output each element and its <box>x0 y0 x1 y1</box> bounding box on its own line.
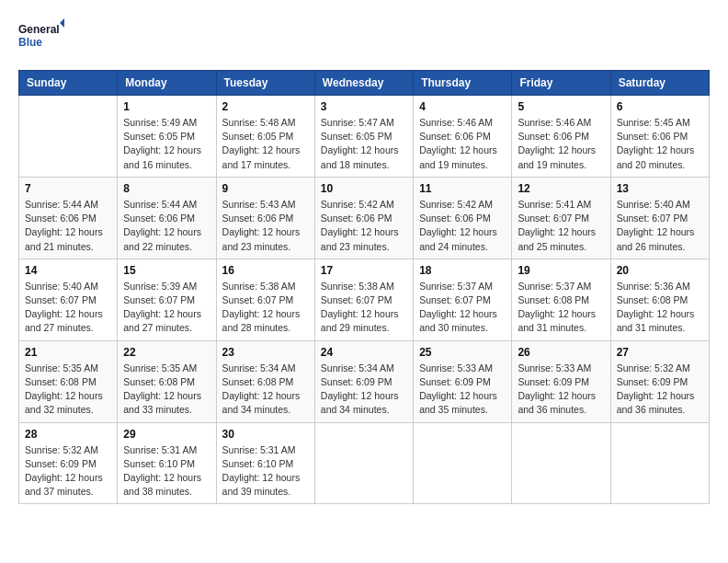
column-header-saturday: Saturday <box>610 71 709 96</box>
calendar-cell: 9Sunrise: 5:43 AM Sunset: 6:06 PM Daylig… <box>216 177 314 259</box>
day-info: Sunrise: 5:41 AM Sunset: 6:07 PM Dayligh… <box>518 198 604 254</box>
logo: General Blue <box>18 18 64 55</box>
column-header-tuesday: Tuesday <box>216 71 314 96</box>
column-header-sunday: Sunday <box>19 71 118 96</box>
day-info: Sunrise: 5:42 AM Sunset: 6:06 PM Dayligh… <box>419 198 506 254</box>
column-header-thursday: Thursday <box>414 71 512 96</box>
calendar-cell: 28Sunrise: 5:32 AM Sunset: 6:09 PM Dayli… <box>19 422 118 504</box>
day-number: 12 <box>518 182 604 195</box>
calendar-week-4: 21Sunrise: 5:35 AM Sunset: 6:08 PM Dayli… <box>19 340 710 422</box>
day-info: Sunrise: 5:31 AM Sunset: 6:10 PM Dayligh… <box>123 443 210 500</box>
calendar-cell: 18Sunrise: 5:37 AM Sunset: 6:07 PM Dayli… <box>414 259 512 340</box>
calendar-week-2: 7Sunrise: 5:44 AM Sunset: 6:06 PM Daylig… <box>19 177 710 259</box>
calendar-cell: 2Sunrise: 5:48 AM Sunset: 6:05 PM Daylig… <box>216 96 314 178</box>
column-header-monday: Monday <box>118 71 216 96</box>
day-info: Sunrise: 5:35 AM Sunset: 6:08 PM Dayligh… <box>123 362 210 418</box>
day-number: 21 <box>25 346 111 359</box>
day-number: 9 <box>222 182 309 195</box>
day-info: Sunrise: 5:32 AM Sunset: 6:09 PM Dayligh… <box>617 362 703 418</box>
day-number: 24 <box>321 346 407 359</box>
day-info: Sunrise: 5:40 AM Sunset: 6:07 PM Dayligh… <box>25 280 111 336</box>
day-info: Sunrise: 5:37 AM Sunset: 6:08 PM Dayligh… <box>518 280 604 336</box>
calendar-cell: 20Sunrise: 5:36 AM Sunset: 6:08 PM Dayli… <box>610 259 709 340</box>
svg-marker-2 <box>60 18 64 28</box>
day-info: Sunrise: 5:42 AM Sunset: 6:06 PM Dayligh… <box>321 198 407 254</box>
day-number: 23 <box>222 346 309 359</box>
day-number: 29 <box>123 428 210 441</box>
calendar-cell: 17Sunrise: 5:38 AM Sunset: 6:07 PM Dayli… <box>314 259 413 340</box>
calendar-cell: 5Sunrise: 5:46 AM Sunset: 6:06 PM Daylig… <box>512 96 610 178</box>
calendar-cell: 12Sunrise: 5:41 AM Sunset: 6:07 PM Dayli… <box>512 177 610 259</box>
calendar-cell: 11Sunrise: 5:42 AM Sunset: 6:06 PM Dayli… <box>414 177 512 259</box>
day-info: Sunrise: 5:45 AM Sunset: 6:06 PM Dayligh… <box>617 116 703 172</box>
day-info: Sunrise: 5:46 AM Sunset: 6:06 PM Dayligh… <box>518 116 604 172</box>
calendar-cell: 25Sunrise: 5:33 AM Sunset: 6:09 PM Dayli… <box>414 340 512 422</box>
day-info: Sunrise: 5:46 AM Sunset: 6:06 PM Dayligh… <box>419 116 506 172</box>
calendar-cell: 7Sunrise: 5:44 AM Sunset: 6:06 PM Daylig… <box>19 177 118 259</box>
day-number: 5 <box>518 100 604 113</box>
calendar-cell <box>19 96 118 178</box>
calendar-header-row: SundayMondayTuesdayWednesdayThursdayFrid… <box>19 71 710 96</box>
day-number: 26 <box>518 346 604 359</box>
calendar-cell: 8Sunrise: 5:44 AM Sunset: 6:06 PM Daylig… <box>118 177 216 259</box>
calendar-cell: 23Sunrise: 5:34 AM Sunset: 6:08 PM Dayli… <box>216 340 314 422</box>
calendar-cell: 27Sunrise: 5:32 AM Sunset: 6:09 PM Dayli… <box>610 340 709 422</box>
calendar-cell <box>314 422 413 504</box>
day-info: Sunrise: 5:32 AM Sunset: 6:09 PM Dayligh… <box>25 443 111 500</box>
calendar-week-5: 28Sunrise: 5:32 AM Sunset: 6:09 PM Dayli… <box>19 422 710 504</box>
day-info: Sunrise: 5:49 AM Sunset: 6:05 PM Dayligh… <box>123 116 210 172</box>
calendar-cell: 22Sunrise: 5:35 AM Sunset: 6:08 PM Dayli… <box>118 340 216 422</box>
day-number: 10 <box>321 182 407 195</box>
day-info: Sunrise: 5:44 AM Sunset: 6:06 PM Dayligh… <box>123 198 210 254</box>
calendar-table: SundayMondayTuesdayWednesdayThursdayFrid… <box>18 70 710 504</box>
day-info: Sunrise: 5:48 AM Sunset: 6:05 PM Dayligh… <box>222 116 309 172</box>
day-number: 13 <box>617 182 703 195</box>
day-info: Sunrise: 5:34 AM Sunset: 6:09 PM Dayligh… <box>321 362 407 418</box>
day-info: Sunrise: 5:34 AM Sunset: 6:08 PM Dayligh… <box>222 362 309 418</box>
calendar-cell: 14Sunrise: 5:40 AM Sunset: 6:07 PM Dayli… <box>19 259 118 340</box>
day-number: 30 <box>222 428 309 441</box>
calendar-cell: 1Sunrise: 5:49 AM Sunset: 6:05 PM Daylig… <box>118 96 216 178</box>
day-number: 27 <box>617 346 703 359</box>
day-number: 3 <box>321 100 407 113</box>
day-info: Sunrise: 5:38 AM Sunset: 6:07 PM Dayligh… <box>321 280 407 336</box>
column-header-friday: Friday <box>512 71 610 96</box>
calendar-week-1: 1Sunrise: 5:49 AM Sunset: 6:05 PM Daylig… <box>19 96 710 178</box>
day-number: 17 <box>321 264 407 277</box>
day-info: Sunrise: 5:33 AM Sunset: 6:09 PM Dayligh… <box>518 362 604 418</box>
day-number: 20 <box>617 264 703 277</box>
column-header-wednesday: Wednesday <box>314 71 413 96</box>
day-number: 7 <box>25 182 111 195</box>
calendar-cell: 29Sunrise: 5:31 AM Sunset: 6:10 PM Dayli… <box>118 422 216 504</box>
day-number: 6 <box>617 100 703 113</box>
calendar-cell: 26Sunrise: 5:33 AM Sunset: 6:09 PM Dayli… <box>512 340 610 422</box>
day-number: 14 <box>25 264 111 277</box>
calendar-week-3: 14Sunrise: 5:40 AM Sunset: 6:07 PM Dayli… <box>19 259 710 340</box>
day-info: Sunrise: 5:40 AM Sunset: 6:07 PM Dayligh… <box>617 198 703 254</box>
day-number: 28 <box>25 428 111 441</box>
day-number: 4 <box>419 100 506 113</box>
day-number: 15 <box>123 264 210 277</box>
calendar-cell: 21Sunrise: 5:35 AM Sunset: 6:08 PM Dayli… <box>19 340 118 422</box>
day-info: Sunrise: 5:43 AM Sunset: 6:06 PM Dayligh… <box>222 198 309 254</box>
calendar-cell: 15Sunrise: 5:39 AM Sunset: 6:07 PM Dayli… <box>118 259 216 340</box>
calendar-cell: 4Sunrise: 5:46 AM Sunset: 6:06 PM Daylig… <box>414 96 512 178</box>
calendar-cell: 6Sunrise: 5:45 AM Sunset: 6:06 PM Daylig… <box>610 96 709 178</box>
page-header: General Blue <box>18 18 710 55</box>
day-info: Sunrise: 5:44 AM Sunset: 6:06 PM Dayligh… <box>25 198 111 254</box>
day-number: 2 <box>222 100 309 113</box>
day-info: Sunrise: 5:36 AM Sunset: 6:08 PM Dayligh… <box>617 280 703 336</box>
day-number: 8 <box>123 182 210 195</box>
day-number: 1 <box>123 100 210 113</box>
calendar-cell: 10Sunrise: 5:42 AM Sunset: 6:06 PM Dayli… <box>314 177 413 259</box>
day-number: 11 <box>419 182 506 195</box>
svg-text:General: General <box>18 23 60 36</box>
day-info: Sunrise: 5:39 AM Sunset: 6:07 PM Dayligh… <box>123 280 210 336</box>
calendar-cell: 24Sunrise: 5:34 AM Sunset: 6:09 PM Dayli… <box>314 340 413 422</box>
day-number: 19 <box>518 264 604 277</box>
day-number: 18 <box>419 264 506 277</box>
logo-svg: General Blue <box>18 18 64 55</box>
calendar-cell: 19Sunrise: 5:37 AM Sunset: 6:08 PM Dayli… <box>512 259 610 340</box>
day-number: 22 <box>123 346 210 359</box>
day-number: 25 <box>419 346 506 359</box>
